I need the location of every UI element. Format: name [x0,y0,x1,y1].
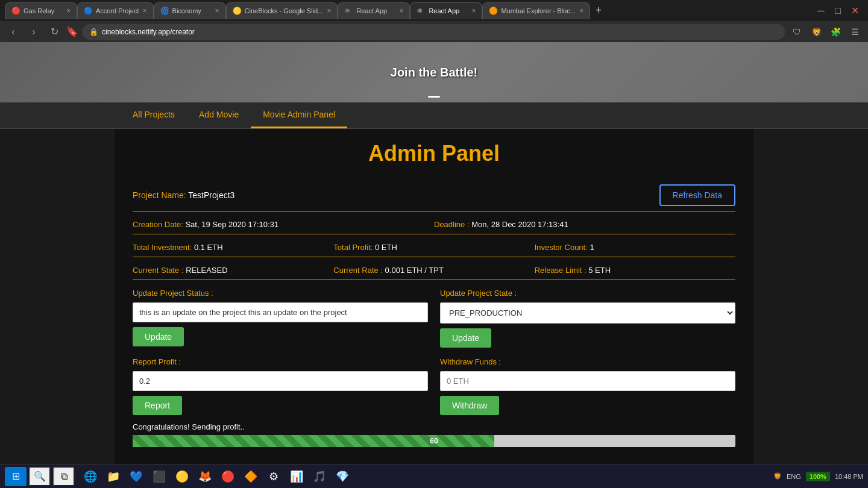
address-bar: ‹ › ↻ 🔖 🔒 cineblocks.netlify.app/creator… [0,21,868,42]
current-rate-col: Current Rate : 0.001 ETH / TPT [333,266,534,275]
tab-close-accord[interactable]: × [143,7,147,15]
address-url: cineblocks.netlify.app/creator [102,28,778,36]
nav-tab-admin-panel[interactable]: Movie Admin Panel [251,102,347,128]
tab-close-gas-relay[interactable]: × [66,7,71,15]
tab-close-react2[interactable]: × [471,7,476,15]
browser-actions: 🛡 🦁 🧩 ☰ [788,23,863,40]
page-content: Join the Battle! All Projects Add Movie … [0,42,868,488]
tab-label-react1: React App [356,7,395,14]
taskbar-app-misc4[interactable]: 📊 [286,467,307,486]
withdraw-col: Withdraw Funds : Withdraw [440,357,735,415]
tab-label-mumbai: Mumbai Explorer - Bloc... [501,7,575,14]
taskbar-app-misc2[interactable]: 🔶 [240,467,262,486]
tab-close-react1[interactable]: × [399,7,403,15]
taskbar-clock: 10:48 PM [835,473,863,480]
creation-date-value: Sat, 19 Sep 2020 17:10:31 [185,220,278,229]
withdraw-button[interactable]: Withdraw [440,396,499,415]
tab-label-cineblocks: CineBlocks - Google Slid... [245,7,324,14]
close-button[interactable]: ✕ [846,2,863,19]
update-status-col: Update Project Status : Update [133,289,428,348]
forward-button[interactable]: › [25,23,42,40]
taskbar-app-vscode[interactable]: 💙 [125,467,147,486]
nav-tab-add-movie[interactable]: Add Movie [187,102,251,128]
update-status-input[interactable] [133,302,428,322]
refresh-data-button[interactable]: Refresh Data [659,184,735,206]
taskbar-app-chrome[interactable]: 🟡 [171,467,193,486]
release-limit-col: Release Limit : 5 ETH [535,266,735,275]
tab-favicon-cineblocks: 🟡 [233,7,241,15]
total-profit-label: Total Profit: [333,243,373,252]
report-button[interactable]: Report [133,396,182,415]
taskbar-right: 🦁 ENG 100% 10:48 PM [773,472,863,481]
extensions-btn[interactable]: 🧩 [827,23,844,40]
total-profit-value: 0 ETH [375,243,397,252]
nav-tab-all-projects[interactable]: All Projects [121,102,187,128]
tab-close-cineblocks[interactable]: × [327,7,331,15]
tab-cineblocks[interactable]: 🟡 CineBlocks - Google Slid... × [226,2,338,19]
withdraw-label: Withdraw Funds : [440,357,735,366]
update-state-button[interactable]: Update [440,328,491,348]
nav-tabs: All Projects Add Movie Movie Admin Panel [0,102,868,129]
tab-label-accord: Accord Project [96,7,139,14]
tab-favicon-accord: 🔵 [84,7,92,15]
total-investment-label: Total Investment: [133,243,192,252]
deadline-value: Mon, 28 Dec 2020 17:13:41 [471,220,568,229]
main-content: Admin Panel Project Name: TestProject3 R… [115,129,753,488]
investor-count-col: Investor Count: 1 [535,243,735,252]
tab-label-gas-relay: Gas Relay [24,7,63,14]
date-divider [133,234,735,234]
taskbar-app-misc1[interactable]: 🔴 [217,467,239,486]
total-investment-col: Total Investment: 0.1 ETH [133,243,333,252]
update-state-select[interactable]: PRE_PRODUCTION PRODUCTION POST_PRODUCTIO… [440,302,735,324]
brave-reward-btn[interactable]: 🦁 [808,23,825,40]
update-status-label: Update Project Status : [133,289,428,298]
taskbar-app-misc3[interactable]: ⚙ [263,467,285,486]
tab-accord[interactable]: 🔵 Accord Project × [77,2,154,19]
bookmark-icon[interactable]: 🔖 [66,26,78,37]
tab-gas-relay[interactable]: 🔴 Gas Relay × [5,2,77,19]
hero-text: Join the Battle! [391,66,477,80]
investor-count-value: 1 [590,243,594,252]
start-button[interactable]: ⊞ [5,467,27,486]
address-input-wrap[interactable]: 🔒 cineblocks.netlify.app/creator [82,24,785,40]
congratulations-text: Congratulations! Sending profit.. [133,422,735,431]
release-limit-value: 5 ETH [588,266,611,275]
tab-close-mumbai[interactable]: × [579,7,583,15]
maximize-button[interactable]: □ [829,2,846,19]
brave-shield-btn[interactable]: 🛡 [788,23,805,40]
new-tab-button[interactable]: + [590,2,607,19]
taskbar-app-firefox[interactable]: 🦊 [194,467,216,486]
taskbar-app-ie[interactable]: 🌐 [80,467,101,486]
tab-react2[interactable]: ⚛ React App × [410,2,482,19]
tab-mumbai[interactable]: 🟠 Mumbai Explorer - Bloc... × [482,2,590,19]
task-view-button[interactable]: ⧉ [53,467,75,486]
project-name-divider [133,211,735,211]
tab-close-biconomy[interactable]: × [215,7,219,15]
investment-row: Total Investment: 0.1 ETH Total Profit: … [133,243,735,252]
release-limit-label: Release Limit : [535,266,587,275]
progress-label: 60 [430,437,438,445]
search-button[interactable]: 🔍 [29,467,51,486]
taskbar-app-misc6[interactable]: 💎 [332,467,353,486]
browser-chrome: 🔴 Gas Relay × 🔵 Accord Project × 🌀 Bicon… [0,0,868,42]
tab-label-react2: React App [429,7,468,14]
taskbar-app-terminal[interactable]: ⬛ [148,467,170,486]
tab-favicon-react2: ⚛ [417,7,425,15]
back-button[interactable]: ‹ [5,23,22,40]
report-profit-input[interactable] [133,371,428,391]
hero-indicator [428,96,440,98]
taskbar-time: 10:48 PM [835,473,863,480]
state-row: Current State : RELEASED Current Rate : … [133,266,735,275]
taskbar-app-misc5[interactable]: 🎵 [309,467,330,486]
tab-react1[interactable]: ⚛ React App × [338,2,410,19]
minimize-button[interactable]: ─ [813,2,829,19]
tab-biconomy[interactable]: 🌀 Biconomy × [154,2,226,19]
report-profit-label: Report Profit : [133,357,428,366]
update-status-button[interactable]: Update [133,327,184,346]
taskbar-app-explorer[interactable]: 📁 [102,467,124,486]
lock-icon: 🔒 [89,28,98,36]
withdraw-input[interactable] [440,371,735,391]
reload-button[interactable]: ↻ [46,23,63,40]
current-state-col: Current State : RELEASED [133,266,333,275]
menu-btn[interactable]: ☰ [846,23,863,40]
